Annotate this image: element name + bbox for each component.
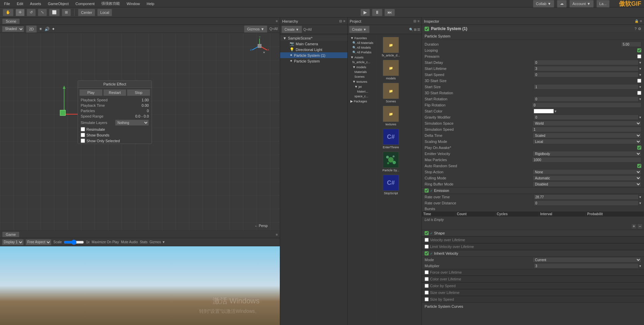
menu-window[interactable]: Window bbox=[125, 1, 141, 6]
asset-enterthrere[interactable]: C# EnterThrere bbox=[381, 129, 401, 149]
scene-gizmo[interactable]: Y X Z ✕ bbox=[249, 36, 270, 56]
asset-textures[interactable]: 📁 textures bbox=[381, 106, 401, 126]
hierarchy-close[interactable]: ⊟ bbox=[339, 19, 342, 23]
color-speed-checkbox[interactable] bbox=[425, 284, 429, 288]
asset-fx[interactable]: 📁 fx_article_d... bbox=[381, 37, 401, 57]
multi-tool[interactable]: ⊞ bbox=[62, 9, 71, 16]
bursts-add-btn[interactable]: + bbox=[631, 224, 637, 229]
menu-component[interactable]: Component bbox=[74, 1, 96, 6]
size-lifetime-checkbox[interactable] bbox=[425, 291, 429, 295]
insp-gear[interactable]: ⚙ bbox=[638, 27, 641, 31]
insp-multiplier-input[interactable] bbox=[534, 263, 639, 269]
menu-help[interactable]: Help bbox=[145, 1, 156, 6]
velocity-lifetime-checkbox[interactable] bbox=[425, 238, 429, 242]
menu-assets[interactable]: Assets bbox=[29, 1, 43, 6]
inspector-menu[interactable]: ≡ bbox=[640, 19, 642, 23]
insp-simulation-speed-input[interactable] bbox=[532, 127, 641, 132]
insp-looping-checkbox[interactable] bbox=[637, 48, 641, 52]
insp-3d-start-size-checkbox[interactable] bbox=[637, 79, 641, 83]
proj-all-materials[interactable]: 🔍All Materials bbox=[348, 41, 378, 45]
asset-scenes[interactable]: 📁 Scenes bbox=[381, 83, 401, 103]
size-lifetime-header[interactable]: Size over Lifetime bbox=[422, 289, 644, 296]
insp-ring-buffer-mode-select[interactable]: DisabledPauseUntilReplacedLoopUntilRepla… bbox=[533, 181, 641, 187]
proj-search[interactable]: 🔍 bbox=[409, 28, 413, 31]
insp-prewarm-checkbox[interactable] bbox=[637, 54, 641, 58]
rate-over-distance-arrow[interactable]: ▾ bbox=[639, 201, 641, 205]
gravity-arrow[interactable]: ▾ bbox=[639, 115, 641, 120]
start-size-arrow[interactable]: ▾ bbox=[639, 85, 641, 89]
insp-mode-select[interactable]: CurrentInitial bbox=[533, 257, 641, 262]
emission-enabled-checkbox[interactable] bbox=[425, 189, 429, 193]
hier-create-btn[interactable]: Create ▼ bbox=[281, 26, 302, 33]
rotate-tool[interactable]: ↺ bbox=[27, 9, 36, 16]
proj-jet[interactable]: ▼jet bbox=[348, 84, 378, 89]
step-button[interactable]: ⏭ bbox=[384, 9, 395, 16]
start-speed-arrow[interactable]: ▾ bbox=[639, 73, 641, 77]
insp-rate-over-time-input[interactable] bbox=[534, 194, 639, 200]
maximize-on-play[interactable]: Maximize On Play bbox=[92, 240, 119, 244]
proj-fx[interactable]: fx_article_c... bbox=[348, 60, 378, 65]
collab-button[interactable]: Collab ▼ bbox=[533, 0, 554, 7]
menu-extra[interactable]: 强强效功能 bbox=[100, 0, 121, 7]
bursts-remove-btn[interactable]: − bbox=[637, 224, 643, 229]
insp-start-speed-input[interactable] bbox=[534, 72, 639, 77]
project-menu[interactable]: ≡ bbox=[418, 19, 420, 23]
insp-max-particles-input[interactable] bbox=[532, 157, 641, 162]
proj-materi[interactable]: Materi... bbox=[348, 89, 378, 94]
scene-search[interactable]: Q+All bbox=[269, 27, 278, 31]
velocity-lifetime-header[interactable]: Velocity over Lifetime bbox=[422, 236, 644, 243]
layers-button[interactable]: La... bbox=[596, 0, 610, 7]
cloud-button[interactable]: ☁ bbox=[557, 0, 567, 7]
insp-gravity-input[interactable] bbox=[534, 115, 639, 120]
pivot-button[interactable]: Center bbox=[78, 9, 95, 16]
proj-list[interactable]: ☰ bbox=[417, 28, 420, 31]
limit-velocity-header[interactable]: Limit Velocity over Lifetime bbox=[422, 243, 644, 250]
insp-start-lifetime-input[interactable] bbox=[534, 66, 639, 71]
insp-simulation-space-select[interactable]: WorldLocal bbox=[533, 121, 641, 126]
scene-close[interactable]: ≡ bbox=[276, 19, 278, 23]
proj-models[interactable]: ▼models bbox=[348, 65, 378, 70]
proj-icons[interactable]: ⊞ bbox=[414, 28, 417, 31]
insp-rate-over-distance-input[interactable] bbox=[534, 200, 639, 206]
proj-create-btn[interactable]: Create ▼ bbox=[349, 26, 370, 33]
insp-3d-start-rotation-checkbox[interactable] bbox=[637, 91, 641, 95]
color-speed-header[interactable]: Color by Speed bbox=[422, 282, 644, 289]
insp-duration-input[interactable] bbox=[621, 42, 641, 47]
mute-audio[interactable]: Mute Audio bbox=[121, 240, 138, 244]
proj-all-prefabs[interactable]: 🔍All Prefabs bbox=[348, 50, 378, 55]
size-speed-header[interactable]: Size by Speed bbox=[422, 296, 644, 303]
menu-file[interactable]: File bbox=[3, 1, 11, 6]
force-lifetime-checkbox[interactable] bbox=[425, 270, 429, 274]
account-button[interactable]: Account ▼ bbox=[569, 0, 594, 7]
insp-auto-random-seed-checkbox[interactable] bbox=[637, 164, 641, 168]
show-only-selected-checkbox[interactable] bbox=[81, 139, 85, 143]
aspect-select[interactable]: Free Aspect bbox=[26, 239, 51, 245]
stats-button[interactable]: Stats bbox=[140, 240, 147, 244]
menu-gameobject[interactable]: GameObject bbox=[47, 1, 70, 6]
rect-tool[interactable]: ⬜ bbox=[49, 9, 60, 16]
play-button[interactable]: ▶ bbox=[360, 9, 370, 16]
emission-section-header[interactable]: ✓ Emission bbox=[422, 187, 644, 194]
hand-tool[interactable]: ✋ bbox=[3, 9, 14, 16]
proj-all-models[interactable]: 🔍All Models bbox=[348, 45, 378, 50]
resimulate-checkbox[interactable] bbox=[81, 127, 85, 131]
hier-directional-light[interactable]: 💡 Directional Light bbox=[280, 47, 347, 52]
pause-button[interactable]: ⏸ bbox=[372, 9, 382, 16]
proj-favorites[interactable]: ▼Favorites bbox=[348, 35, 378, 41]
game-gizmos[interactable]: Gizmos ▼ bbox=[150, 240, 165, 244]
force-lifetime-header[interactable]: Force over Lifetime bbox=[422, 269, 644, 276]
insp-start-color-swatch[interactable] bbox=[534, 109, 554, 114]
hier-main-camera[interactable]: 📷 Main Camera bbox=[280, 41, 347, 47]
game-tab[interactable]: Game bbox=[2, 231, 20, 238]
proj-textures[interactable]: ▼textures bbox=[348, 79, 378, 84]
insp-delta-time-select[interactable]: ScaledUnscaled bbox=[533, 133, 641, 138]
insp-stop-action-select[interactable]: NoneDisableDestroyCallback bbox=[533, 169, 641, 175]
start-delay-arrow[interactable]: ▾ bbox=[639, 60, 641, 65]
hier-particle-system[interactable]: ✦ Particle System bbox=[280, 58, 347, 64]
insp-emitter-velocity-select[interactable]: RigidbodyTransform bbox=[533, 151, 641, 156]
scale-slider[interactable] bbox=[64, 240, 84, 245]
move-tool[interactable]: ✛ bbox=[16, 9, 25, 16]
insp-enabled-checkbox[interactable] bbox=[425, 27, 429, 31]
proj-materials[interactable]: Materials bbox=[348, 70, 378, 74]
color-lifetime-checkbox[interactable] bbox=[425, 277, 429, 281]
